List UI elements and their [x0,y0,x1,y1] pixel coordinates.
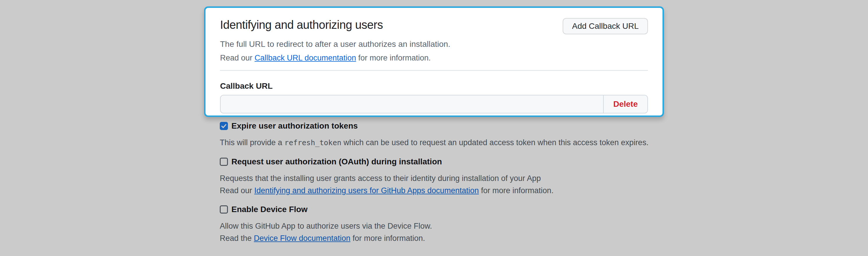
expire-tokens-checkbox[interactable] [220,122,228,130]
checkmark-icon [221,123,227,129]
request-oauth-description: Requests that the installing user grants… [220,172,664,184]
identifying-authorizing-users-documentation-link[interactable]: Identifying and authorizing users for Gi… [254,186,479,195]
device-flow-checkbox[interactable] [220,205,228,214]
note-suffix: for more information. [479,186,554,195]
add-callback-url-button[interactable]: Add Callback URL [563,18,648,34]
refresh-token-code: refresh_token [284,138,341,147]
option-device-flow-row[interactable]: Enable Device Flow [220,204,664,214]
note-prefix: Read the [220,234,254,243]
device-flow-description: Allow this GitHub App to authorize users… [220,220,664,232]
settings-column: Identifying and authorizing users Add Ca… [204,0,664,244]
option-expire-tokens: Expire user authorization tokens This wi… [220,121,664,149]
option-device-flow: Enable Device Flow Allow this GitHub App… [220,204,664,244]
request-oauth-checkbox[interactable] [220,158,228,166]
device-flow-doc-note: Read the Device Flow documentation for m… [220,232,664,244]
desc-after: which can be used to request an updated … [341,138,649,147]
callback-url-label: Callback URL [220,81,648,91]
callback-url-input[interactable] [221,95,603,113]
request-oauth-doc-note: Read our Identifying and authorizing use… [220,185,664,196]
delete-callback-url-button[interactable]: Delete [603,95,647,113]
device-flow-label: Enable Device Flow [231,204,307,214]
request-oauth-label: Request user authorization (OAuth) durin… [231,157,442,167]
option-expire-tokens-row[interactable]: Expire user authorization tokens [220,121,664,131]
option-request-oauth-row[interactable]: Request user authorization (OAuth) durin… [220,157,664,167]
section-description: The full URL to redirect to after a user… [220,39,648,50]
callback-url-input-group: Delete [220,95,648,114]
callback-url-documentation-link[interactable]: Callback URL documentation [255,54,356,62]
note-suffix: for more information. [356,54,431,62]
divider [220,70,648,71]
card-header: Identifying and authorizing users Add Ca… [220,18,648,34]
section-doc-note: Read our Callback URL documentation for … [220,53,648,63]
note-suffix: for more information. [350,234,425,243]
expire-tokens-label: Expire user authorization tokens [231,121,358,131]
authorization-options: Expire user authorization tokens This wi… [204,117,664,244]
expire-tokens-description: This will provide a refresh_token which … [220,137,664,149]
note-prefix: Read our [220,54,255,62]
section-title: Identifying and authorizing users [220,18,383,32]
option-request-oauth: Request user authorization (OAuth) durin… [220,157,664,196]
device-flow-documentation-link[interactable]: Device Flow documentation [254,234,350,243]
desc-before: This will provide a [220,138,284,147]
note-prefix: Read our [220,186,254,195]
identifying-authorizing-users-card: Identifying and authorizing users Add Ca… [204,6,664,117]
